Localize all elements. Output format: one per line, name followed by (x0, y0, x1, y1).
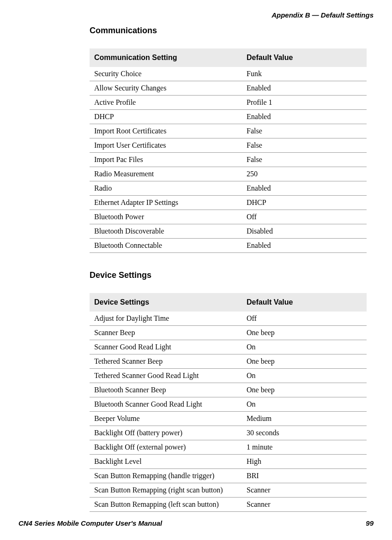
setting-cell: Import User Certificates (90, 138, 242, 153)
value-cell: On (242, 340, 367, 354)
table-row: Tethered Scanner Good Read LightOn (90, 369, 367, 383)
value-cell: False (242, 138, 367, 153)
table-row: Radio Measurement250 (90, 167, 367, 181)
value-cell: Medium (242, 412, 367, 426)
setting-cell: Ethernet Adapter IP Settings (90, 196, 242, 210)
setting-cell: Scan Button Remapping (right scan button… (90, 483, 242, 498)
setting-cell: Bluetooth Scanner Good Read Light (90, 397, 242, 412)
value-cell: On (242, 397, 367, 412)
table-row: Bluetooth Scanner BeepOne beep (90, 383, 367, 397)
setting-cell: Bluetooth Power (90, 210, 242, 224)
value-cell: Enabled (242, 81, 367, 96)
table-row: DHCPEnabled (90, 110, 367, 124)
value-cell: Off (242, 210, 367, 224)
setting-cell: Radio Measurement (90, 167, 242, 181)
setting-cell: Bluetooth Scanner Beep (90, 383, 242, 397)
setting-cell: Bluetooth Connectable (90, 239, 242, 253)
setting-cell: Import Root Certificates (90, 124, 242, 138)
communications-table: Communication Setting Default Value Secu… (90, 48, 367, 253)
value-cell: DHCP (242, 196, 367, 210)
setting-cell: Active Profile (90, 96, 242, 110)
device-settings-table: Device Settings Default Value Adjust for… (90, 293, 367, 512)
value-cell: 30 seconds (242, 426, 367, 440)
table-row: Bluetooth DiscoverableDisabled (90, 224, 367, 239)
value-cell: High (242, 455, 367, 469)
setting-cell: Adjust for Daylight Time (90, 312, 242, 326)
setting-cell: Tethered Scanner Beep (90, 354, 242, 369)
setting-cell: Import Pac Files (90, 153, 242, 167)
value-cell: 1 minute (242, 440, 367, 455)
setting-cell: Bluetooth Discoverable (90, 224, 242, 239)
table-row: Bluetooth Scanner Good Read LightOn (90, 397, 367, 412)
table-row: Security ChoiceFunk (90, 67, 367, 81)
table-row: Scan Button Remapping (handle trigger)BR… (90, 469, 367, 483)
setting-cell: Scanner Good Read Light (90, 340, 242, 354)
setting-cell: Backlight Off (external power) (90, 440, 242, 455)
value-cell: Enabled (242, 110, 367, 124)
column-header-setting: Communication Setting (90, 48, 242, 67)
table-header-row: Communication Setting Default Value (90, 48, 367, 67)
table-row: Scan Button Remapping (left scan button)… (90, 498, 367, 512)
table-row: Tethered Scanner BeepOne beep (90, 354, 367, 369)
value-cell: False (242, 124, 367, 138)
value-cell: Scanner (242, 483, 367, 498)
table-row: Backlight Off (external power)1 minute (90, 440, 367, 455)
value-cell: 250 (242, 167, 367, 181)
value-cell: On (242, 369, 367, 383)
value-cell: Enabled (242, 239, 367, 253)
manual-title: CN4 Series Mobile Computer User's Manual (18, 519, 162, 527)
table-row: Bluetooth ConnectableEnabled (90, 239, 367, 253)
column-header-setting: Device Settings (90, 293, 242, 312)
table-row: Backlight LevelHigh (90, 455, 367, 469)
value-cell: BRI (242, 469, 367, 483)
page-footer: CN4 Series Mobile Computer User's Manual… (18, 519, 374, 527)
table-row: Active ProfileProfile 1 (90, 96, 367, 110)
setting-cell: Scan Button Remapping (handle trigger) (90, 469, 242, 483)
table-row: Scan Button Remapping (right scan button… (90, 483, 367, 498)
column-header-value: Default Value (242, 48, 367, 67)
value-cell: Profile 1 (242, 96, 367, 110)
setting-cell: Allow Security Changes (90, 81, 242, 96)
table-row: Bluetooth PowerOff (90, 210, 367, 224)
table-row: Allow Security ChangesEnabled (90, 81, 367, 96)
value-cell: False (242, 153, 367, 167)
value-cell: Enabled (242, 181, 367, 196)
page-content: Communications Communication Setting Def… (90, 26, 367, 512)
setting-cell: Scanner Beep (90, 326, 242, 340)
appendix-header: Appendix B — Default Settings (271, 11, 374, 19)
table-row: Scanner BeepOne beep (90, 326, 367, 340)
page-number: 99 (366, 519, 374, 527)
setting-cell: Radio (90, 181, 242, 196)
table-row: Scanner Good Read LightOn (90, 340, 367, 354)
table-row: Import Root CertificatesFalse (90, 124, 367, 138)
table-row: Ethernet Adapter IP SettingsDHCP (90, 196, 367, 210)
value-cell: Off (242, 312, 367, 326)
table-row: Beeper VolumeMedium (90, 412, 367, 426)
section-heading-communications: Communications (90, 26, 367, 36)
setting-cell: DHCP (90, 110, 242, 124)
value-cell: One beep (242, 354, 367, 369)
table-row: Import User CertificatesFalse (90, 138, 367, 153)
table-row: Adjust for Daylight TimeOff (90, 312, 367, 326)
table-row: RadioEnabled (90, 181, 367, 196)
column-header-value: Default Value (242, 293, 367, 312)
setting-cell: Backlight Level (90, 455, 242, 469)
setting-cell: Scan Button Remapping (left scan button) (90, 498, 242, 512)
table-row: Import Pac FilesFalse (90, 153, 367, 167)
table-row: Backlight Off (battery power)30 seconds (90, 426, 367, 440)
value-cell: One beep (242, 383, 367, 397)
section-heading-device-settings: Device Settings (90, 270, 367, 280)
value-cell: One beep (242, 326, 367, 340)
setting-cell: Backlight Off (battery power) (90, 426, 242, 440)
table-header-row: Device Settings Default Value (90, 293, 367, 312)
setting-cell: Tethered Scanner Good Read Light (90, 369, 242, 383)
setting-cell: Security Choice (90, 67, 242, 81)
setting-cell: Beeper Volume (90, 412, 242, 426)
value-cell: Disabled (242, 224, 367, 239)
value-cell: Funk (242, 67, 367, 81)
value-cell: Scanner (242, 498, 367, 512)
